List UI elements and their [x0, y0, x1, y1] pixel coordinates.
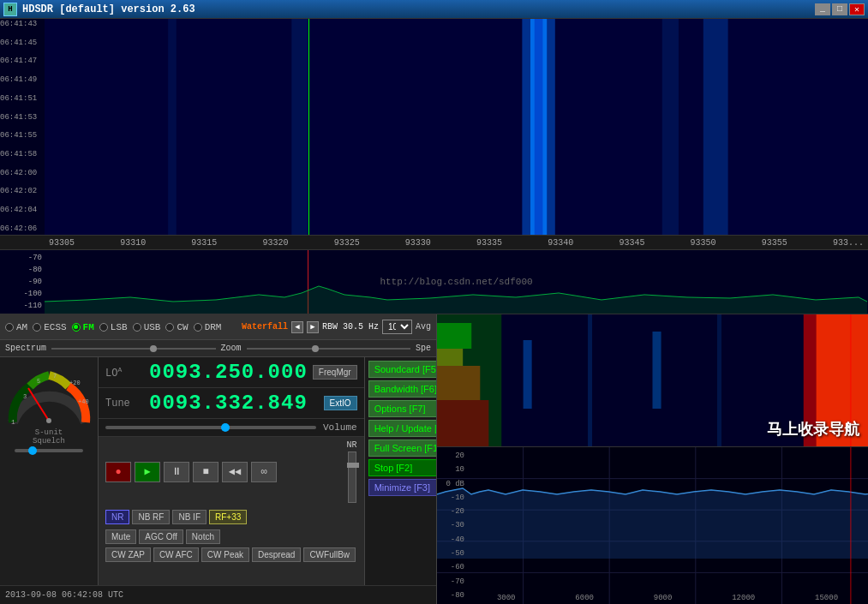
nb-rf-button[interactable]: NB RF	[132, 510, 170, 524]
mode-am[interactable]: AM	[5, 322, 27, 332]
rdb-1: 10	[437, 465, 464, 474]
mode-drm-radio[interactable]	[194, 323, 202, 332]
nr-slider-label: NR	[347, 440, 357, 450]
nb-if-button[interactable]: NB IF	[172, 510, 207, 524]
svg-rect-5	[291, 19, 308, 235]
nr-buttons-row3: CW ZAP CW AFC CW Peak Despread CWFullBw	[99, 546, 364, 564]
frequency-scale[interactable]: 93305 93310 93315 93320 93325 93330 9333…	[0, 235, 868, 250]
mode-cw[interactable]: CW	[165, 322, 188, 332]
volume-row: Volume	[99, 419, 364, 437]
spectrum-display: -70 -80 -90 -100 -110 http://blog.csdn.n…	[0, 250, 868, 314]
zoom-slider[interactable]	[247, 348, 410, 350]
mode-ecss-radio[interactable]	[33, 323, 41, 332]
stop-transport-button[interactable]: ■	[193, 462, 218, 482]
cwfullbw-button[interactable]: CWFullBw	[303, 547, 356, 562]
lo-label: LOA	[105, 366, 144, 380]
stop-button[interactable]: Stop [F2]	[368, 459, 437, 476]
mode-lsb-label: LSB	[111, 322, 128, 332]
main-control-area: 1 3 5 7 +20 +40 S-unit Squelch	[0, 357, 436, 585]
nr-slider-thumb[interactable]	[347, 463, 359, 468]
rf33-button[interactable]: RF+33	[209, 510, 247, 524]
titlebar-left: H HDSDR [default] version 2.63	[3, 3, 195, 16]
squelch-slider[interactable]	[15, 449, 83, 452]
svg-rect-7	[703, 19, 728, 235]
mode-am-radio[interactable]	[5, 323, 14, 332]
minimize-button[interactable]: _	[815, 3, 830, 15]
rdb-4: -20	[437, 507, 464, 516]
mode-cw-radio[interactable]	[165, 323, 174, 332]
squelch-thumb[interactable]	[28, 446, 37, 455]
mute-button[interactable]: Mute	[105, 529, 136, 544]
mode-drm[interactable]: DRM	[194, 322, 222, 332]
svg-text:+20: +20	[69, 380, 81, 386]
svg-rect-26	[437, 400, 488, 446]
svg-text:3: 3	[23, 393, 27, 400]
despread-button[interactable]: Despread	[252, 547, 301, 562]
rdb-8: -60	[437, 563, 464, 571]
timestamp-10: 06:42:04	[0, 206, 45, 214]
mode-usb[interactable]: USB	[133, 322, 161, 332]
waterfall-svg	[45, 19, 868, 235]
svg-rect-4	[535, 19, 543, 235]
fullscreen-button[interactable]: Full Screen [F11]	[368, 440, 437, 457]
timestamp-5: 06:41:53	[0, 114, 45, 122]
pause-button[interactable]: ⏸	[164, 462, 189, 482]
volume-slider[interactable]	[105, 426, 316, 429]
spectrum-slider[interactable]	[51, 348, 215, 350]
rbw-select[interactable]: 10 20 50	[382, 320, 412, 334]
waterfall-canvas[interactable]	[45, 19, 868, 235]
bandwidth-button[interactable]: Bandwidth [F6]	[368, 380, 437, 398]
timestamp-4: 06:41:51	[0, 95, 45, 103]
loop-button[interactable]: ∞	[251, 462, 277, 482]
svg-rect-32	[653, 332, 661, 409]
rewind-button[interactable]: ◀◀	[222, 462, 248, 482]
nr-button[interactable]: NR	[105, 510, 129, 524]
mode-lsb-radio[interactable]	[99, 323, 108, 332]
spectrum-canvas[interactable]: http://blog.csdn.net/sdf000	[45, 250, 868, 314]
right-waterfall[interactable]: 马上收录导航	[437, 314, 868, 447]
spectrum-slider-thumb[interactable]	[150, 345, 157, 352]
mode-lsb[interactable]: LSB	[99, 322, 128, 332]
maximize-button[interactable]: □	[832, 3, 847, 15]
mode-fm-radio[interactable]	[72, 323, 81, 332]
waterfall-label: Waterfall	[242, 322, 288, 332]
soundcard-button[interactable]: Soundcard [F5]	[368, 361, 437, 378]
waterfall-right-btn[interactable]: ▶	[307, 321, 319, 333]
minimize-button[interactable]: Minimize [F3]	[368, 479, 437, 496]
waterfall-left-btn[interactable]: ◀	[291, 321, 303, 333]
freq-label-5: 93330	[405, 238, 431, 248]
svg-rect-25	[437, 366, 480, 400]
timestamp-1: 06:41:45	[0, 39, 45, 47]
mode-fm[interactable]: FM	[72, 322, 94, 332]
nr-slider[interactable]	[348, 452, 356, 503]
play-button[interactable]: ▶	[135, 462, 160, 482]
options-button[interactable]: Options [F7]	[368, 400, 437, 417]
nr-buttons-row2: Mute AGC Off Notch	[99, 528, 364, 546]
rfreq-3: 12000	[732, 594, 755, 602]
zoom-slider-thumb[interactable]	[312, 345, 319, 352]
help-button[interactable]: Help / Update [F1]	[368, 420, 437, 437]
mode-ecss[interactable]: ECSS	[33, 322, 66, 332]
notch-button[interactable]: Notch	[186, 529, 220, 544]
top-section: 06:41:43 06:41:45 06:41:47 06:41:49 06:4…	[0, 19, 868, 314]
waterfall-display: 06:41:43 06:41:45 06:41:47 06:41:49 06:4…	[0, 19, 868, 235]
right-spectrum[interactable]: 20 10 0 dB -10 -20 -30 -40 -50 -60 -70 -…	[437, 447, 868, 604]
volume-thumb[interactable]	[221, 423, 230, 432]
rbw-label: RBW 30.5 Hz	[322, 322, 379, 332]
timestamp-11: 06:42:06	[0, 225, 45, 233]
rdb-9: -70	[437, 577, 464, 586]
cw-zap-button[interactable]: CW ZAP	[105, 547, 151, 562]
smeter-panel: 1 3 5 7 +20 +40 S-unit Squelch	[0, 357, 99, 585]
waterfall-cursor	[308, 19, 309, 235]
mode-cw-label: CW	[177, 322, 188, 332]
rfreq-2: 9000	[654, 594, 673, 602]
mode-usb-radio[interactable]	[133, 323, 141, 332]
cw-peak-button[interactable]: CW Peak	[201, 547, 249, 562]
record-button[interactable]: ●	[105, 462, 131, 482]
agc-off-button[interactable]: AGC Off	[139, 529, 183, 544]
extio-button[interactable]: ExtIO	[324, 396, 357, 410]
freqmgr-button[interactable]: FreqMgr	[313, 365, 357, 380]
close-button[interactable]: ✕	[849, 3, 865, 15]
svg-rect-23	[437, 323, 471, 349]
cw-afc-button[interactable]: CW AFC	[153, 547, 199, 562]
